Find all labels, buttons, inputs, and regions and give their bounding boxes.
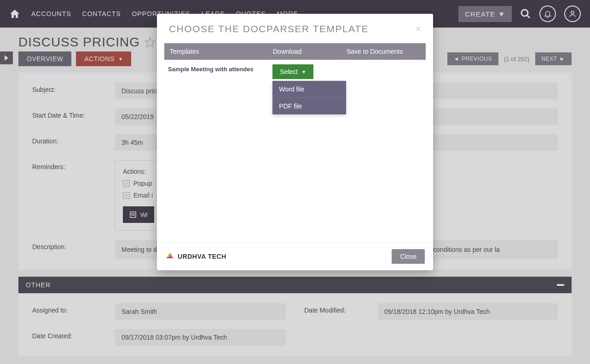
close-icon[interactable]: × bbox=[415, 23, 421, 35]
logo-icon bbox=[165, 252, 174, 261]
template-table-header: Templates Download Save to Documents bbox=[164, 43, 426, 60]
docparser-modal: CHOOSE THE DOCPARSER TEMPLATE × Template… bbox=[157, 14, 433, 270]
caret-down-icon: ▼ bbox=[301, 69, 306, 74]
close-button[interactable]: Close bbox=[392, 249, 425, 264]
dropdown-word[interactable]: Word file bbox=[272, 81, 346, 98]
th-download: Download bbox=[273, 48, 347, 55]
template-row: Sample Meeting with attendes Select ▼ Wo… bbox=[164, 60, 426, 84]
download-dropdown: Word file PDF file bbox=[272, 81, 346, 114]
th-templates: Templates bbox=[170, 48, 273, 55]
modal-title: CHOOSE THE DOCPARSER TEMPLATE bbox=[169, 23, 369, 34]
download-cell: Select ▼ Word file PDF file bbox=[272, 64, 347, 79]
modal-backdrop[interactable]: CHOOSE THE DOCPARSER TEMPLATE × Template… bbox=[0, 0, 590, 364]
select-label: Select bbox=[280, 68, 298, 75]
dropdown-pdf[interactable]: PDF file bbox=[272, 98, 346, 114]
footer-logo: URDHVA TECH bbox=[165, 252, 226, 261]
template-name: Sample Meeting with attendes bbox=[168, 64, 272, 73]
logo-text: URDHVA TECH bbox=[178, 253, 226, 260]
select-dropdown-button[interactable]: Select ▼ bbox=[272, 64, 313, 79]
th-save: Save to Documents bbox=[347, 48, 420, 55]
modal-body: Templates Download Save to Documents Sam… bbox=[157, 43, 433, 242]
modal-header: CHOOSE THE DOCPARSER TEMPLATE × bbox=[157, 14, 433, 43]
modal-footer: URDHVA TECH Close bbox=[157, 242, 433, 270]
